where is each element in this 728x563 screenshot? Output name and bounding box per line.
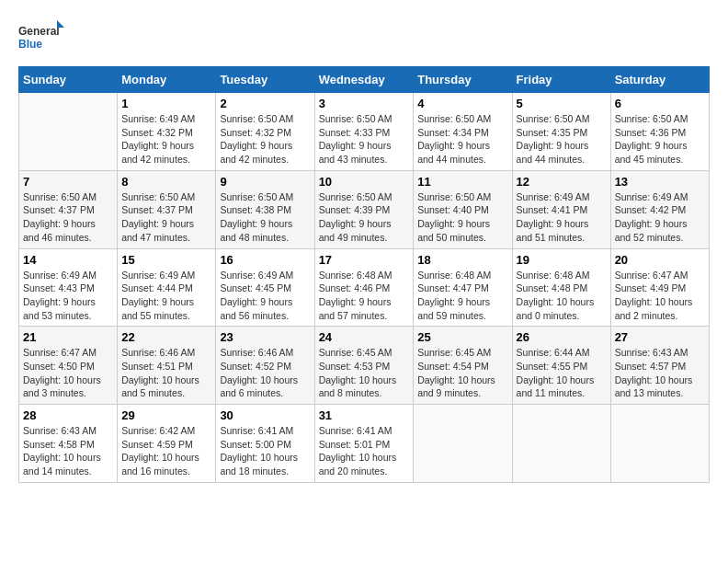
- day-info: Sunrise: 6:43 AM Sunset: 4:58 PM Dayligh…: [23, 424, 113, 478]
- day-cell: 17 Sunrise: 6:48 AM Sunset: 4:46 PM Dayl…: [314, 248, 414, 327]
- svg-text:General: General: [18, 25, 60, 38]
- day-number: 17: [319, 253, 410, 267]
- day-number: 5: [517, 97, 607, 110]
- day-info: Sunrise: 6:50 AM Sunset: 4:35 PM Dayligh…: [517, 112, 607, 167]
- day-info: Sunrise: 6:48 AM Sunset: 4:48 PM Dayligh…: [517, 269, 607, 323]
- week-row-1: 1 Sunrise: 6:49 AM Sunset: 4:32 PM Dayli…: [19, 93, 710, 171]
- day-cell: 27 Sunrise: 6:43 AM Sunset: 4:57 PM Dayl…: [610, 327, 709, 405]
- day-info: Sunrise: 6:47 AM Sunset: 4:49 PM Dayligh…: [615, 269, 705, 323]
- day-cell: 4 Sunrise: 6:50 AM Sunset: 4:34 PM Dayli…: [414, 93, 512, 171]
- day-cell: 3 Sunrise: 6:50 AM Sunset: 4:33 PM Dayli…: [314, 93, 414, 171]
- day-info: Sunrise: 6:50 AM Sunset: 4:40 PM Dayligh…: [417, 190, 507, 245]
- day-cell: 23 Sunrise: 6:46 AM Sunset: 4:52 PM Dayl…: [216, 327, 314, 405]
- day-number: 13: [615, 175, 705, 189]
- day-cell: 31 Sunrise: 6:41 AM Sunset: 5:01 PM Dayl…: [314, 405, 414, 483]
- day-number: 6: [615, 97, 705, 110]
- day-number: 24: [319, 330, 410, 344]
- day-number: 27: [615, 330, 705, 344]
- day-number: 8: [121, 175, 211, 189]
- day-info: Sunrise: 6:46 AM Sunset: 4:52 PM Dayligh…: [220, 346, 310, 400]
- day-cell: 24 Sunrise: 6:45 AM Sunset: 4:53 PM Dayl…: [314, 327, 414, 405]
- day-cell: 2 Sunrise: 6:50 AM Sunset: 4:32 PM Dayli…: [216, 93, 314, 171]
- day-cell: 21 Sunrise: 6:47 AM Sunset: 4:50 PM Dayl…: [19, 327, 118, 405]
- day-number: 2: [220, 97, 310, 110]
- day-cell: 10 Sunrise: 6:50 AM Sunset: 4:39 PM Dayl…: [314, 170, 414, 248]
- day-info: Sunrise: 6:44 AM Sunset: 4:55 PM Dayligh…: [517, 346, 607, 400]
- weekday-header-wednesday: Wednesday: [314, 67, 414, 93]
- day-cell: 29 Sunrise: 6:42 AM Sunset: 4:59 PM Dayl…: [118, 405, 216, 483]
- week-row-4: 21 Sunrise: 6:47 AM Sunset: 4:50 PM Dayl…: [19, 327, 710, 405]
- svg-text:Blue: Blue: [18, 38, 42, 51]
- weekday-header-saturday: Saturday: [610, 67, 709, 93]
- day-info: Sunrise: 6:50 AM Sunset: 4:33 PM Dayligh…: [319, 112, 410, 167]
- day-cell: 6 Sunrise: 6:50 AM Sunset: 4:36 PM Dayli…: [610, 93, 709, 171]
- day-cell: 20 Sunrise: 6:47 AM Sunset: 4:49 PM Dayl…: [610, 248, 709, 327]
- day-number: 22: [121, 330, 211, 344]
- day-cell: 15 Sunrise: 6:49 AM Sunset: 4:44 PM Dayl…: [118, 248, 216, 327]
- day-number: 7: [23, 175, 113, 189]
- day-number: 23: [220, 330, 310, 344]
- day-info: Sunrise: 6:48 AM Sunset: 4:46 PM Dayligh…: [319, 269, 410, 323]
- day-cell: 25 Sunrise: 6:45 AM Sunset: 4:54 PM Dayl…: [414, 327, 512, 405]
- day-info: Sunrise: 6:48 AM Sunset: 4:47 PM Dayligh…: [417, 269, 507, 323]
- day-number: 14: [23, 253, 113, 267]
- day-info: Sunrise: 6:41 AM Sunset: 5:00 PM Dayligh…: [220, 424, 310, 478]
- day-cell: [414, 405, 512, 483]
- day-cell: 12 Sunrise: 6:49 AM Sunset: 4:41 PM Dayl…: [512, 170, 610, 248]
- day-info: Sunrise: 6:49 AM Sunset: 4:43 PM Dayligh…: [23, 269, 113, 323]
- day-number: 15: [121, 253, 211, 267]
- logo: General Blue: [18, 18, 64, 57]
- week-row-3: 14 Sunrise: 6:49 AM Sunset: 4:43 PM Dayl…: [19, 248, 710, 327]
- day-number: 11: [417, 175, 507, 189]
- week-row-5: 28 Sunrise: 6:43 AM Sunset: 4:58 PM Dayl…: [19, 405, 710, 483]
- logo-icon: General Blue: [18, 18, 64, 57]
- day-cell: 8 Sunrise: 6:50 AM Sunset: 4:37 PM Dayli…: [118, 170, 216, 248]
- day-info: Sunrise: 6:42 AM Sunset: 4:59 PM Dayligh…: [121, 424, 211, 478]
- day-info: Sunrise: 6:43 AM Sunset: 4:57 PM Dayligh…: [615, 346, 705, 400]
- day-info: Sunrise: 6:50 AM Sunset: 4:32 PM Dayligh…: [220, 112, 310, 167]
- day-info: Sunrise: 6:50 AM Sunset: 4:38 PM Dayligh…: [220, 190, 310, 245]
- day-info: Sunrise: 6:49 AM Sunset: 4:32 PM Dayligh…: [121, 112, 211, 167]
- day-number: 21: [23, 330, 113, 344]
- day-cell: 9 Sunrise: 6:50 AM Sunset: 4:38 PM Dayli…: [216, 170, 314, 248]
- day-cell: 18 Sunrise: 6:48 AM Sunset: 4:47 PM Dayl…: [414, 248, 512, 327]
- weekday-header-row: SundayMondayTuesdayWednesdayThursdayFrid…: [19, 67, 710, 93]
- day-cell: 5 Sunrise: 6:50 AM Sunset: 4:35 PM Dayli…: [512, 93, 610, 171]
- day-info: Sunrise: 6:50 AM Sunset: 4:34 PM Dayligh…: [417, 112, 507, 167]
- day-number: 1: [121, 97, 211, 110]
- day-number: 9: [220, 175, 310, 189]
- svg-marker-2: [57, 20, 64, 28]
- day-cell: [19, 93, 118, 171]
- page-header: General Blue: [18, 18, 710, 57]
- day-number: 16: [220, 253, 310, 267]
- calendar-table: SundayMondayTuesdayWednesdayThursdayFrid…: [18, 66, 710, 483]
- day-info: Sunrise: 6:45 AM Sunset: 4:54 PM Dayligh…: [417, 346, 507, 400]
- day-number: 30: [220, 408, 310, 422]
- day-cell: [512, 405, 610, 483]
- day-info: Sunrise: 6:41 AM Sunset: 5:01 PM Dayligh…: [319, 424, 410, 478]
- day-cell: 30 Sunrise: 6:41 AM Sunset: 5:00 PM Dayl…: [216, 405, 314, 483]
- day-info: Sunrise: 6:47 AM Sunset: 4:50 PM Dayligh…: [23, 346, 113, 400]
- day-info: Sunrise: 6:49 AM Sunset: 4:42 PM Dayligh…: [615, 190, 705, 245]
- day-cell: 22 Sunrise: 6:46 AM Sunset: 4:51 PM Dayl…: [118, 327, 216, 405]
- day-number: 29: [121, 408, 211, 422]
- day-cell: 7 Sunrise: 6:50 AM Sunset: 4:37 PM Dayli…: [19, 170, 118, 248]
- day-number: 18: [417, 253, 507, 267]
- day-number: 31: [319, 408, 410, 422]
- weekday-header-sunday: Sunday: [19, 67, 118, 93]
- weekday-header-monday: Monday: [118, 67, 216, 93]
- day-cell: 19 Sunrise: 6:48 AM Sunset: 4:48 PM Dayl…: [512, 248, 610, 327]
- day-number: 10: [319, 175, 410, 189]
- day-info: Sunrise: 6:45 AM Sunset: 4:53 PM Dayligh…: [319, 346, 410, 400]
- day-cell: 14 Sunrise: 6:49 AM Sunset: 4:43 PM Dayl…: [19, 248, 118, 327]
- day-number: 3: [319, 97, 410, 110]
- day-number: 25: [417, 330, 507, 344]
- day-cell: 1 Sunrise: 6:49 AM Sunset: 4:32 PM Dayli…: [118, 93, 216, 171]
- day-number: 26: [517, 330, 607, 344]
- day-info: Sunrise: 6:50 AM Sunset: 4:39 PM Dayligh…: [319, 190, 410, 245]
- day-number: 20: [615, 253, 705, 267]
- day-info: Sunrise: 6:49 AM Sunset: 4:45 PM Dayligh…: [220, 269, 310, 323]
- day-number: 28: [23, 408, 113, 422]
- weekday-header-tuesday: Tuesday: [216, 67, 314, 93]
- weekday-header-thursday: Thursday: [414, 67, 512, 93]
